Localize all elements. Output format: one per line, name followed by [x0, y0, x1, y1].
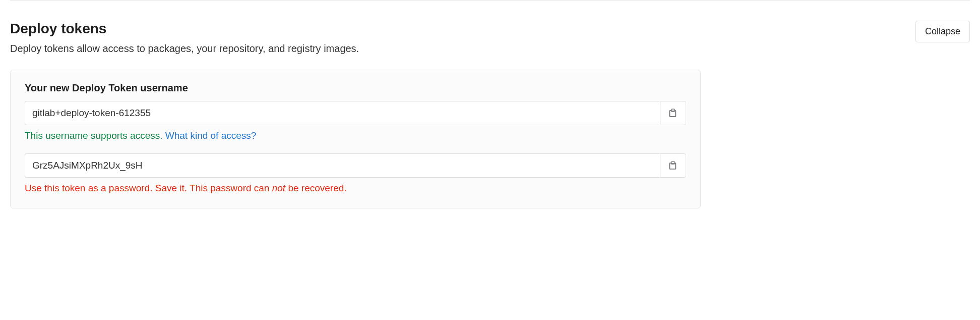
new-token-panel: Your new Deploy Token username This user…: [10, 70, 701, 208]
username-hint-text: This username supports access.: [25, 130, 165, 141]
section-title-block: Deploy tokens: [10, 21, 106, 37]
username-label: Your new Deploy Token username: [25, 82, 686, 94]
username-input-group: [25, 101, 686, 125]
token-hint-suffix: be recovered.: [285, 183, 346, 193]
collapse-container: Collapse: [915, 21, 970, 42]
copy-username-button[interactable]: [660, 101, 686, 125]
main-content: Deploy tokens Deploy tokens allow access…: [10, 21, 895, 208]
section-title: Deploy tokens: [10, 21, 106, 37]
deploy-tokens-section: Deploy tokens Deploy tokens allow access…: [10, 21, 970, 208]
section-divider: [10, 0, 970, 1]
username-hint: This username supports access. What kind…: [25, 130, 686, 141]
clipboard-icon: [668, 108, 678, 119]
section-header: Deploy tokens: [10, 21, 895, 37]
token-input[interactable]: [25, 153, 660, 178]
section-description: Deploy tokens allow access to packages, …: [10, 43, 895, 55]
username-hint-link[interactable]: What kind of access?: [165, 130, 257, 141]
token-hint: Use this token as a password. Save it. T…: [25, 183, 686, 194]
username-input[interactable]: [25, 101, 660, 125]
token-input-group: [25, 153, 686, 178]
token-hint-prefix: Use this token as a password. Save it. T…: [25, 183, 272, 193]
token-hint-em: not: [272, 183, 285, 193]
copy-token-button[interactable]: [660, 153, 686, 178]
clipboard-icon: [668, 160, 678, 172]
collapse-button[interactable]: Collapse: [915, 21, 970, 42]
